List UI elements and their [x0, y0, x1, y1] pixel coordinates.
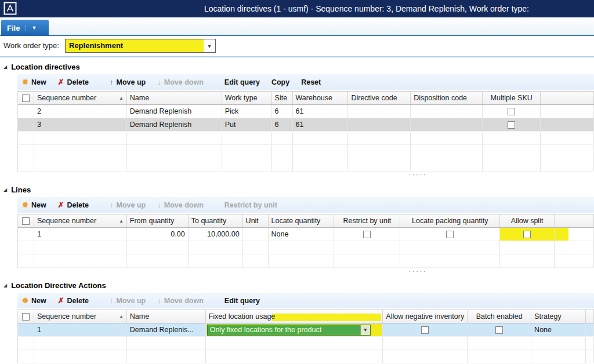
splitter-handle[interactable]: ·····	[400, 172, 435, 179]
col-header-restrict-by-unit[interactable]: Restrict by unit	[334, 214, 400, 227]
toolbar-button-delete[interactable]: ✗Delete	[58, 78, 89, 86]
splitter-handle[interactable]: ·····	[400, 268, 435, 275]
file-menu-button[interactable]: File ▼	[1, 20, 49, 36]
col-header-fixed-location-usage[interactable]: Fixed location usage	[206, 310, 383, 323]
col-header-sequence-number[interactable]: Sequence number▲	[34, 214, 127, 227]
toolbar-button-label: Move down	[164, 297, 204, 305]
col-header-select-all[interactable]	[18, 214, 34, 227]
col-header-select-all[interactable]	[18, 92, 34, 104]
cell-empty	[293, 158, 349, 171]
cell-blank	[541, 118, 594, 131]
col-header-select-all[interactable]	[18, 310, 34, 323]
cell-multiple-sku	[483, 118, 541, 131]
cell-empty	[222, 145, 272, 158]
checkbox[interactable]	[523, 231, 531, 238]
grid-location-directives: Sequence number▲NameWork typeSiteWarehou…	[17, 91, 594, 172]
cell-empty	[18, 350, 34, 363]
collapse-triangle-icon: ◢	[3, 187, 7, 192]
col-header-multiple-sku[interactable]: Multiple SKU	[483, 92, 541, 104]
checkbox[interactable]	[22, 217, 30, 225]
col-header-label: Sequence number	[37, 94, 96, 102]
checkbox[interactable]	[508, 121, 515, 129]
toolbar-button-edit-query[interactable]: Edit query	[224, 78, 260, 86]
grid-location-directive-actions: Sequence number▲NameFixed location usage…	[17, 310, 594, 363]
checkbox[interactable]	[421, 326, 429, 334]
col-header-warehouse[interactable]: Warehouse	[293, 92, 349, 104]
fixed-location-usage-combobox[interactable]: Only fixed locations for the product▾	[207, 325, 371, 336]
section-header-location-directives[interactable]: ◢ Location directives	[0, 60, 594, 73]
table-row[interactable]: 3Demand ReplenishPut661	[18, 118, 594, 132]
col-header-blank[interactable]	[541, 92, 594, 104]
cell-empty	[127, 145, 222, 158]
col-header-blank[interactable]	[555, 214, 594, 227]
col-header-site[interactable]: Site	[272, 92, 293, 104]
col-header-allow-negative-inventory[interactable]: Allow negative inventory	[383, 310, 468, 323]
col-header-name[interactable]: Name	[127, 92, 222, 104]
cell-empty	[189, 241, 243, 254]
grid-header-row: Sequence number▲From quantityTo quantity…	[18, 214, 594, 228]
section-header-lines[interactable]: ◢ Lines	[0, 183, 594, 196]
cell-empty	[383, 350, 468, 363]
toolbar-button-new[interactable]: ✹New	[22, 78, 46, 86]
checkbox[interactable]	[22, 313, 30, 321]
col-header-directive-code[interactable]: Directive code	[348, 92, 411, 104]
toolbar-button-move-up[interactable]: ↑Move up	[110, 78, 146, 86]
col-header-batch-enabled[interactable]: Batch enabled	[468, 310, 531, 323]
table-row[interactable]: 1Demand Replenis...Only fixed locations …	[18, 323, 594, 337]
cell-empty	[34, 132, 127, 144]
arrow-up-icon: ↑	[110, 296, 114, 305]
col-header-locate-packing-quantity[interactable]: Locate packing quantity	[400, 214, 500, 227]
col-header-label: Unit	[246, 217, 259, 225]
work-order-type-value: Replenishment	[66, 39, 204, 52]
col-header-to-quantity[interactable]: To quantity	[189, 214, 243, 227]
cell-strategy: None	[531, 323, 586, 336]
cell-unit	[243, 228, 269, 241]
toolbar-button-delete[interactable]: ✗Delete	[58, 296, 89, 305]
cell-name: Demand Replenish	[127, 105, 222, 118]
cell-empty	[127, 241, 189, 254]
toolbar-button-new[interactable]: ✹New	[22, 296, 46, 305]
cell-allow-negative-inventory	[383, 323, 468, 336]
col-header-from-quantity[interactable]: From quantity	[127, 214, 189, 227]
cell-empty	[500, 241, 555, 254]
col-header-unit[interactable]: Unit	[243, 214, 269, 227]
col-header-sequence-number[interactable]: Sequence number▲	[34, 92, 127, 104]
work-order-type-combobox[interactable]: Replenishment ▾	[65, 39, 216, 53]
table-row-empty	[18, 158, 594, 172]
col-header-strategy[interactable]: Strategy	[531, 310, 586, 323]
col-header-label: Fixed location usage	[209, 312, 276, 321]
col-header-sequence-number[interactable]: Sequence number▲	[34, 310, 127, 323]
toolbar-button-restrict-by-unit: Restrict by unit	[224, 201, 277, 209]
cell-row-selector	[18, 118, 34, 131]
cell-directive-code	[348, 105, 411, 118]
toolbar-button-copy[interactable]: Copy	[271, 78, 289, 86]
combo-caret-icon[interactable]: ▾	[360, 325, 370, 335]
section-header-location-directive-actions[interactable]: ◢ Location Directive Actions	[0, 279, 594, 292]
col-header-label: Batch enabled	[476, 312, 523, 321]
toolbar-button-edit-query[interactable]: Edit query	[224, 297, 260, 305]
cell-empty	[468, 337, 531, 350]
toolbar-button-reset[interactable]: Reset	[301, 78, 321, 86]
col-header-work-type[interactable]: Work type	[222, 92, 272, 104]
col-header-locate-quantity[interactable]: Locate quantity	[269, 214, 335, 227]
combo-caret-icon[interactable]: ▾	[204, 39, 215, 52]
cell-empty	[400, 241, 500, 254]
checkbox[interactable]	[495, 326, 503, 334]
table-row[interactable]: 2Demand ReplenishPick661	[18, 105, 594, 118]
checkbox[interactable]	[22, 94, 30, 102]
cell-empty	[206, 337, 383, 350]
col-header-name[interactable]: Name	[127, 310, 206, 323]
col-header-disposition-code[interactable]: Disposition code	[411, 92, 483, 104]
cell-batch-enabled	[468, 323, 531, 336]
table-row[interactable]: 10.0010,000.00None	[18, 228, 594, 241]
checkbox[interactable]	[363, 231, 371, 238]
col-header-blank[interactable]	[586, 310, 594, 323]
toolbar-button-new[interactable]: ✹New	[22, 201, 46, 209]
cell-directive-code	[348, 118, 411, 131]
checkbox[interactable]	[508, 108, 515, 115]
checkbox[interactable]	[446, 231, 454, 238]
cell-blank	[555, 228, 594, 241]
col-header-allow-split[interactable]: Allow split	[500, 214, 555, 227]
cell-sequence-number: 3	[34, 118, 127, 131]
toolbar-button-delete[interactable]: ✗Delete	[58, 201, 89, 209]
